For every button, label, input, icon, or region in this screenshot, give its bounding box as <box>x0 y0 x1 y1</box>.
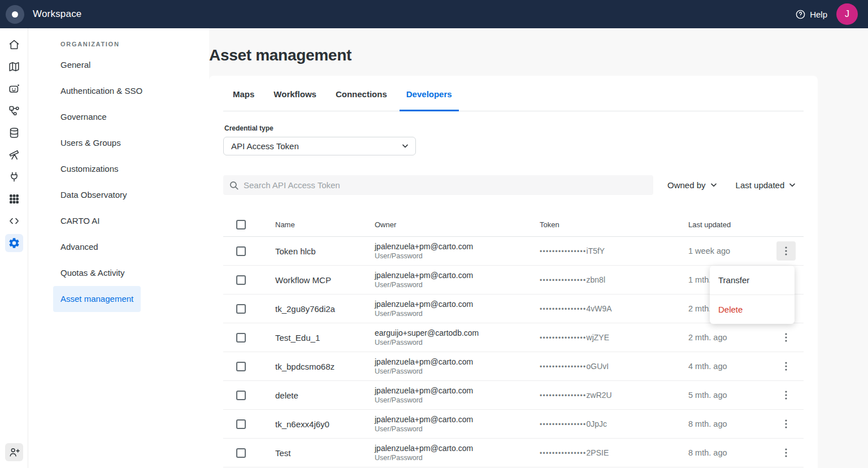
data-observatory-icon[interactable] <box>5 146 23 164</box>
data-explorer-icon[interactable] <box>5 124 23 142</box>
row-checkbox[interactable] <box>236 246 246 256</box>
row-actions-button[interactable] <box>776 241 796 261</box>
table-header: Name Owner Token Last updated <box>223 213 804 237</box>
table-row: tk_n6exx4j6y0 jpalenzuela+pm@carto.comUs… <box>223 410 804 439</box>
asset-management-card: Maps Workflows Connections Developers Cr… <box>209 76 818 468</box>
workflows-icon[interactable] <box>5 102 23 120</box>
help-button[interactable]: Help <box>795 9 827 20</box>
token-name: delete <box>275 391 375 400</box>
column-header-last-updated: Last updated <box>688 220 769 229</box>
credential-kind: User/Password <box>375 252 540 260</box>
tab-connections[interactable]: Connections <box>329 76 394 111</box>
select-all-checkbox[interactable] <box>236 220 246 229</box>
app-title: Workspace <box>33 8 82 20</box>
credential-kind: User/Password <box>375 396 540 404</box>
token-name: Workflow MCP <box>275 275 375 285</box>
row-checkbox[interactable] <box>236 419 246 429</box>
settings-icon[interactable] <box>5 234 23 252</box>
icon-rail <box>0 28 28 468</box>
token-mask: ••••••••••••••• <box>540 392 587 400</box>
connections-icon[interactable] <box>5 168 23 186</box>
row-actions-button[interactable] <box>776 414 796 434</box>
settings-sidebar: ORGANIZATION General Authentication & SS… <box>28 28 209 468</box>
sidebar-item-advanced[interactable]: Advanced <box>53 234 106 260</box>
menu-item-transfer[interactable]: Transfer <box>710 266 795 294</box>
token-mask: ••••••••••••••• <box>540 305 587 313</box>
sidebar-item-authentication-sso[interactable]: Authentication & SSO <box>53 78 150 104</box>
tab-maps[interactable]: Maps <box>226 76 261 111</box>
tab-developers[interactable]: Developers <box>400 76 459 111</box>
token-suffix: zwR2U <box>587 391 612 400</box>
owned-by-filter[interactable]: Owned by <box>667 180 717 190</box>
tab-workflows[interactable]: Workflows <box>267 76 323 111</box>
token-mask: ••••••••••••••• <box>540 248 587 255</box>
logo-dot <box>12 11 18 18</box>
credential-kind: User/Password <box>375 310 540 318</box>
row-checkbox[interactable] <box>236 333 246 343</box>
user-avatar[interactable]: J <box>836 3 858 25</box>
row-checkbox[interactable] <box>236 448 246 458</box>
owned-by-label: Owned by <box>667 180 706 190</box>
sidebar-item-asset-management[interactable]: Asset management <box>53 286 141 312</box>
last-updated-value: 8 mth. ago <box>688 448 769 457</box>
token-name: tk_2gu8y76di2a <box>275 304 375 314</box>
sidebar-item-carto-ai[interactable]: CARTO AI <box>53 208 107 234</box>
row-checkbox[interactable] <box>236 362 246 371</box>
token-mask: ••••••••••••••• <box>540 449 587 457</box>
row-actions-button[interactable] <box>776 357 796 376</box>
developers-icon[interactable] <box>5 212 23 230</box>
chevron-down-icon <box>789 183 795 187</box>
owner-email: jpalenzuela+pm@carto.com <box>375 386 540 395</box>
ai-agents-icon[interactable] <box>5 80 23 98</box>
search-box[interactable] <box>223 175 653 195</box>
invite-user-icon[interactable] <box>5 443 23 461</box>
owner-email: jpalenzuela+pm@carto.com <box>375 444 540 453</box>
tab-bar: Maps Workflows Connections Developers <box>223 76 804 111</box>
last-updated-value: 8 mth. ago <box>688 419 769 428</box>
row-actions-button[interactable] <box>776 443 796 462</box>
owner-email: jpalenzuela+pm@carto.com <box>375 271 540 280</box>
row-checkbox[interactable] <box>236 304 246 314</box>
sidebar-item-customizations[interactable]: Customizations <box>53 156 126 182</box>
token-name: Token hlcb <box>275 246 375 256</box>
sidebar-item-governance[interactable]: Governance <box>53 104 114 130</box>
token-mask: ••••••••••••••• <box>540 421 587 428</box>
sidebar-item-quotas-activity[interactable]: Quotas & Activity <box>53 260 132 286</box>
menu-item-delete[interactable]: Delete <box>710 295 795 324</box>
page-title: Asset management <box>209 44 818 67</box>
last-updated-filter[interactable]: Last updated <box>736 180 796 190</box>
sidebar-item-users-groups[interactable]: Users & Groups <box>53 130 128 156</box>
token-name: Test <box>275 448 375 458</box>
token-name: tk_bpdcsmo68z <box>275 362 375 371</box>
last-updated-value: 2 mth. ago <box>688 333 769 342</box>
token-name: tk_n6exx4j6y0 <box>275 419 375 429</box>
table-row: Test jpalenzuela+pm@carto.comUser/Passwo… <box>223 439 804 467</box>
token-mask: ••••••••••••••• <box>540 276 587 284</box>
token-mask: ••••••••••••••• <box>540 334 587 342</box>
top-bar: Workspace Help J <box>0 0 868 28</box>
sidebar-item-general[interactable]: General <box>53 52 98 78</box>
workspace-logo-icon[interactable] <box>6 5 24 24</box>
sidebar-item-data-observatory[interactable]: Data Observatory <box>53 182 134 208</box>
row-actions-button[interactable] <box>776 328 796 347</box>
owner-email: jpalenzuela+pm@carto.com <box>375 415 540 424</box>
table-row: tk_bpdcsmo68z jpalenzuela+pm@carto.comUs… <box>223 352 804 381</box>
home-icon[interactable] <box>5 36 23 54</box>
column-header-token: Token <box>540 220 688 229</box>
credential-kind: User/Password <box>375 339 540 346</box>
row-checkbox[interactable] <box>236 275 246 285</box>
row-actions-button[interactable] <box>776 385 796 405</box>
row-context-menu: Transfer Delete <box>710 266 795 324</box>
owner-email: jpalenzuela+pm@carto.com <box>375 300 540 309</box>
maps-icon[interactable] <box>5 58 23 76</box>
token-suffix: iT5fY <box>587 246 605 255</box>
token-suffix: 2PSIE <box>587 448 609 457</box>
applications-icon[interactable] <box>5 190 23 208</box>
search-input[interactable] <box>244 180 647 190</box>
main-content: Asset management Maps Workflows Connecti… <box>209 28 868 468</box>
last-updated-value: 1 week ago <box>688 246 769 255</box>
credential-type-select[interactable]: API Access Token <box>223 137 416 155</box>
row-checkbox[interactable] <box>236 391 246 400</box>
owner-email: jpalenzuela+pm@carto.com <box>375 357 540 366</box>
owner-email: earguijo+super@cartodb.com <box>375 328 540 337</box>
